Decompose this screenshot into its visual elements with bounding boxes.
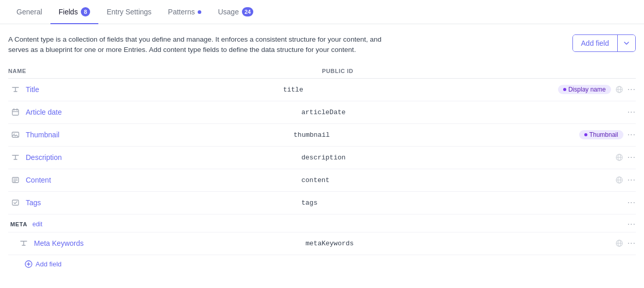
tabs-bar: General Fields 8 Entry Settings Patterns…	[0, 0, 644, 24]
more-options-icon[interactable]: ···	[628, 130, 636, 139]
more-options-icon[interactable]: ···	[628, 153, 636, 162]
table-header: NAME PUBLIC ID	[8, 64, 636, 79]
calendar-icon	[10, 107, 21, 117]
tab-fields-badge: 8	[81, 7, 90, 16]
field-public-id: metaKeywords	[306, 240, 595, 247]
more-options-icon[interactable]: ···	[628, 175, 636, 185]
image-icon	[10, 130, 21, 140]
globe-icon[interactable]	[615, 85, 623, 94]
globe-icon[interactable]	[615, 153, 623, 161]
more-options-icon[interactable]: ···	[628, 107, 636, 117]
tab-general[interactable]: General	[8, 1, 50, 23]
field-name-cell: Description	[8, 152, 302, 163]
field-name-link[interactable]: Description	[26, 153, 62, 161]
field-public-id: articleDate	[302, 109, 595, 116]
tab-usage-label: Usage	[218, 8, 238, 16]
more-options-icon[interactable]: ···	[628, 198, 636, 207]
table-row: Content content ···	[8, 169, 636, 192]
field-name-link[interactable]: Title	[26, 85, 39, 94]
tab-entry-settings-label: Entry Settings	[107, 8, 151, 16]
field-name-cell: Article date	[8, 107, 302, 117]
svg-rect-19	[12, 200, 19, 205]
field-public-id: tags	[302, 199, 595, 207]
tab-patterns-dot	[198, 10, 201, 14]
field-name-link[interactable]: Content	[26, 176, 51, 184]
add-field-group: Add field	[572, 34, 636, 52]
field-name-cell: Thumbnail	[8, 130, 293, 140]
fields-table: NAME PUBLIC ID Title title Display name	[0, 64, 644, 273]
field-name-link[interactable]: Thumbnail	[26, 131, 59, 139]
tab-usage[interactable]: Usage 24	[210, 0, 262, 24]
row-actions: ···	[595, 198, 636, 207]
row-actions: ···	[595, 107, 636, 117]
description-bar: A Content type is a collection of fields…	[0, 24, 644, 64]
text-icon	[10, 84, 21, 95]
svg-rect-3	[12, 110, 19, 115]
table-row: Thumbnail thumbnail Thumbnail ···	[8, 124, 636, 147]
display-name-badge: Display name	[558, 85, 611, 94]
tab-general-label: General	[16, 8, 42, 16]
table-row: Title title Display name ···	[8, 79, 636, 101]
meta-add-field-row[interactable]: Add field	[8, 255, 636, 273]
field-name-cell: Title	[8, 84, 283, 95]
more-options-icon[interactable]: ···	[628, 220, 636, 229]
tab-fields-label: Fields	[59, 8, 78, 16]
tab-entry-settings[interactable]: Entry Settings	[98, 1, 160, 23]
table-row: Meta Keywords metaKeywords ···	[8, 232, 636, 255]
meta-add-field-label: Add field	[36, 260, 62, 268]
text-icon	[19, 238, 29, 248]
meta-section-header: META edit ···	[8, 214, 636, 232]
col-name-header: NAME	[8, 68, 322, 74]
meta-label: META	[10, 221, 27, 227]
row-actions: ···	[595, 239, 636, 248]
field-name-link[interactable]: Tags	[26, 199, 41, 207]
row-actions: Display name ···	[558, 85, 636, 94]
table-row: Article date articleDate ···	[8, 101, 636, 124]
list-icon	[10, 175, 21, 185]
description-text: A Content type is a collection of fields…	[8, 34, 399, 56]
field-public-id: content	[302, 176, 595, 184]
field-name-cell: Content	[8, 175, 302, 185]
tab-patterns[interactable]: Patterns	[160, 1, 210, 23]
tab-patterns-label: Patterns	[168, 8, 195, 16]
field-public-id: title	[283, 86, 558, 94]
plus-circle-icon	[25, 260, 32, 268]
more-options-icon[interactable]: ···	[628, 85, 636, 94]
col-public-id-header: PUBLIC ID	[322, 68, 636, 74]
more-options-icon[interactable]: ···	[628, 239, 636, 248]
field-name-link[interactable]: Meta Keywords	[34, 239, 83, 247]
add-field-button[interactable]: Add field	[573, 35, 617, 51]
table-row: Description description ···	[8, 147, 636, 169]
check-icon	[10, 197, 21, 208]
field-name-cell: Tags	[8, 197, 302, 208]
field-public-id: description	[302, 154, 595, 161]
thumbnail-badge: Thumbnail	[579, 130, 623, 139]
globe-icon[interactable]	[615, 176, 623, 184]
text-icon	[10, 152, 21, 163]
badge-dot	[584, 133, 587, 136]
chevron-down-icon	[623, 40, 630, 47]
tab-usage-badge: 24	[242, 7, 253, 16]
meta-edit-link[interactable]: edit	[32, 221, 42, 228]
field-name-cell: Meta Keywords	[16, 238, 306, 248]
row-actions: Thumbnail ···	[579, 130, 636, 139]
globe-icon[interactable]	[615, 239, 623, 247]
add-field-chevron-button[interactable]	[618, 35, 635, 51]
row-actions: ···	[595, 153, 636, 162]
svg-point-8	[14, 134, 15, 135]
table-row: Tags tags ···	[8, 192, 636, 214]
tab-fields[interactable]: Fields 8	[50, 0, 98, 24]
row-actions: ···	[595, 175, 636, 185]
field-public-id: thumbnail	[293, 131, 579, 139]
field-name-link[interactable]: Article date	[26, 108, 62, 116]
badge-dot	[563, 88, 566, 91]
